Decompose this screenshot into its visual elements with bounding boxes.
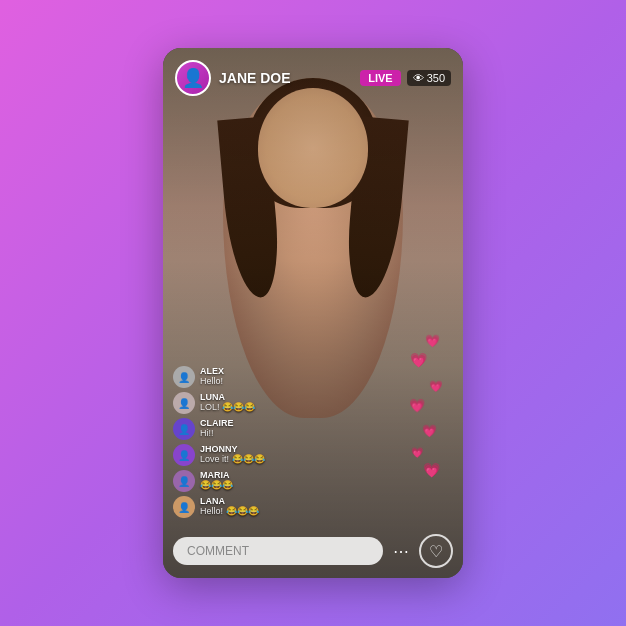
comment-avatar: 👤 [173,444,195,466]
comment-avatar-icon: 👤 [178,424,190,435]
comment-item: 👤 LUNA LOL! 😂😂😂 [173,392,453,414]
comment-placeholder: COMMENT [187,544,249,558]
comment-message: Hello! [200,376,224,386]
comment-avatar-icon: 👤 [178,372,190,383]
bottom-bar: COMMENT ⋯ ♡ [173,534,453,568]
comment-text: ALEX Hello! [200,366,224,386]
comments-section: 👤 ALEX Hello! 👤 LUNA LOL! 😂😂😂 👤 CLAIRE [173,366,453,518]
comment-item: 👤 LANA Hello! 😂😂😂 [173,496,453,518]
comment-message: Hello! 😂😂😂 [200,506,259,516]
host-avatar[interactable]: 👤 [175,60,211,96]
heart-icon: ♡ [429,542,443,561]
comment-message: Love it! 😂😂😂 [200,454,265,464]
comment-avatar: 👤 [173,470,195,492]
comment-avatar: 👤 [173,366,195,388]
comment-username: MARIA [200,470,233,480]
comment-text: JHONNY Love it! 😂😂😂 [200,444,265,464]
comment-text: CLAIRE Hi!! [200,418,234,438]
comment-item: 👤 JHONNY Love it! 😂😂😂 [173,444,453,466]
host-name: JANE DOE [219,70,360,86]
comment-message: Hi!! [200,428,234,438]
comment-avatar-icon: 👤 [178,502,190,513]
heart-button[interactable]: ♡ [419,534,453,568]
comment-username: LANA [200,496,259,506]
comment-avatar-icon: 👤 [178,398,190,409]
comment-avatar: 👤 [173,496,195,518]
comment-username: CLAIRE [200,418,234,428]
comment-avatar: 👤 [173,392,195,414]
comment-message: LOL! 😂😂😂 [200,402,255,412]
comment-text: LUNA LOL! 😂😂😂 [200,392,255,412]
comment-item: 👤 MARIA 😂😂😂 [173,470,453,492]
header: 👤 JANE DOE LIVE 👁 350 [175,60,451,96]
comment-avatar-icon: 👤 [178,450,190,461]
viewer-count: 👁 350 [407,70,451,86]
comment-item: 👤 CLAIRE Hi!! [173,418,453,440]
eye-icon: 👁 [413,72,424,84]
comment-username: LUNA [200,392,255,402]
comment-message: 😂😂😂 [200,480,233,490]
comment-text: MARIA 😂😂😂 [200,470,233,490]
comment-username: JHONNY [200,444,265,454]
host-avatar-icon: 👤 [182,67,204,89]
live-badge: LIVE [360,70,400,86]
comment-username: ALEX [200,366,224,376]
comment-avatar-icon: 👤 [178,476,190,487]
comment-item: 👤 ALEX Hello! [173,366,453,388]
comment-input[interactable]: COMMENT [173,537,383,565]
viewer-number: 350 [427,72,445,84]
comment-text: LANA Hello! 😂😂😂 [200,496,259,516]
more-button[interactable]: ⋯ [389,540,413,563]
phone-frame: 👤 JANE DOE LIVE 👁 350 💗 💗 💗 💗 💗 💗 💗 👤 AL… [163,48,463,578]
comment-avatar: 👤 [173,418,195,440]
